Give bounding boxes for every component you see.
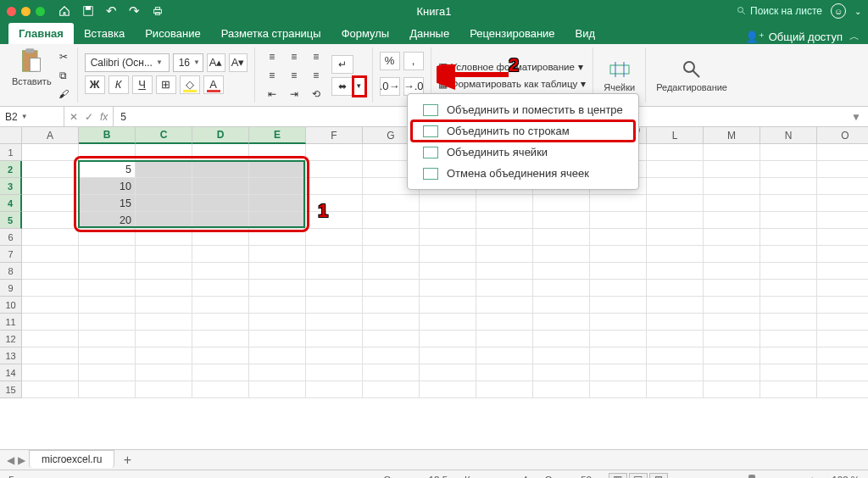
cell-M12[interactable]: [704, 331, 760, 347]
cell-I7[interactable]: [476, 246, 533, 263]
row-header-11[interactable]: 11: [0, 314, 22, 331]
cell-N8[interactable]: [760, 263, 817, 280]
cell-I9[interactable]: [476, 280, 533, 297]
col-header-F[interactable]: F: [306, 127, 363, 144]
cell-N1[interactable]: [760, 144, 817, 161]
cell-F4[interactable]: [306, 195, 363, 212]
cell-M3[interactable]: [704, 178, 760, 195]
cell-K8[interactable]: [590, 263, 647, 280]
view-page-layout-icon[interactable]: ▤: [629, 473, 648, 479]
cell-K10[interactable]: [590, 297, 647, 314]
cell-F15[interactable]: [306, 381, 363, 398]
cell-E9[interactable]: [249, 280, 306, 297]
cell-A11[interactable]: [22, 314, 79, 331]
editing-button[interactable]: Редактирование: [653, 58, 731, 92]
cell-D7[interactable]: [192, 246, 249, 263]
cell-L2[interactable]: [647, 161, 704, 178]
col-header-O[interactable]: O: [817, 127, 868, 144]
cell-I4[interactable]: [476, 195, 533, 212]
cell-D15[interactable]: [192, 381, 249, 398]
cell-L14[interactable]: [647, 364, 704, 381]
cell-H15[interactable]: [420, 381, 476, 398]
cell-B15[interactable]: [79, 381, 136, 398]
align-middle-icon[interactable]: ≡: [284, 48, 304, 65]
cell-B4[interactable]: 15: [79, 195, 136, 212]
cell-E4[interactable]: [249, 195, 306, 212]
cell-K7[interactable]: [590, 246, 647, 263]
maximize-window-icon[interactable]: [36, 7, 45, 16]
expand-formula-icon[interactable]: ▼: [851, 111, 868, 123]
cell-O9[interactable]: [817, 280, 868, 297]
cell-J12[interactable]: [533, 331, 590, 347]
cell-H10[interactable]: [420, 297, 476, 314]
cell-J13[interactable]: [533, 347, 590, 364]
row-header-14[interactable]: 14: [0, 364, 22, 381]
merge-across-item[interactable]: Объединить по строкам: [411, 120, 635, 142]
cell-H11[interactable]: [420, 314, 476, 331]
cell-G7[interactable]: [363, 246, 420, 263]
cell-I5[interactable]: [476, 212, 533, 229]
cell-H6[interactable]: [420, 229, 476, 246]
cell-J4[interactable]: [533, 195, 590, 212]
cell-O5[interactable]: [817, 212, 868, 229]
cell-G12[interactable]: [363, 331, 420, 347]
cell-L6[interactable]: [647, 229, 704, 246]
cell-C3[interactable]: [136, 178, 192, 195]
cut-icon[interactable]: ✂: [57, 50, 70, 64]
col-header-B[interactable]: B: [79, 127, 136, 144]
collapse-ribbon-icon[interactable]: ︿: [849, 30, 860, 44]
cell-N7[interactable]: [760, 246, 817, 263]
cell-N15[interactable]: [760, 381, 817, 398]
cell-O7[interactable]: [817, 246, 868, 263]
cell-G15[interactable]: [363, 381, 420, 398]
sheet-next-icon[interactable]: ▶: [18, 454, 25, 466]
cell-D5[interactable]: [192, 212, 249, 229]
underline-button[interactable]: Ч: [132, 75, 153, 94]
row-header-2[interactable]: 2: [0, 161, 22, 178]
decrease-font-icon[interactable]: A▾: [229, 53, 248, 72]
cell-H7[interactable]: [420, 246, 476, 263]
cell-F14[interactable]: [306, 364, 363, 381]
cell-B12[interactable]: [79, 331, 136, 347]
cell-F11[interactable]: [306, 314, 363, 331]
tab-data[interactable]: Данные: [399, 23, 459, 44]
cell-A5[interactable]: [22, 212, 79, 229]
tab-home[interactable]: Главная: [8, 23, 74, 44]
cell-F5[interactable]: [306, 212, 363, 229]
cell-A1[interactable]: [22, 144, 79, 161]
cell-N13[interactable]: [760, 347, 817, 364]
cell-D2[interactable]: [192, 161, 249, 178]
row-header-1[interactable]: 1: [0, 144, 22, 161]
format-painter-icon[interactable]: 🖌: [57, 87, 70, 101]
cell-L1[interactable]: [647, 144, 704, 161]
cell-N12[interactable]: [760, 331, 817, 347]
cell-O1[interactable]: [817, 144, 868, 161]
cell-N3[interactable]: [760, 178, 817, 195]
cell-C12[interactable]: [136, 331, 192, 347]
cell-D12[interactable]: [192, 331, 249, 347]
decrease-indent-icon[interactable]: ⇤: [262, 86, 282, 103]
cell-K11[interactable]: [590, 314, 647, 331]
cell-M4[interactable]: [704, 195, 760, 212]
bold-button[interactable]: Ж: [85, 75, 105, 94]
cell-D11[interactable]: [192, 314, 249, 331]
cell-M10[interactable]: [704, 297, 760, 314]
cell-I12[interactable]: [476, 331, 533, 347]
fx-icon[interactable]: fx: [100, 111, 108, 123]
cell-F1[interactable]: [306, 144, 363, 161]
cell-M11[interactable]: [704, 314, 760, 331]
row-header-12[interactable]: 12: [0, 331, 22, 347]
cell-J14[interactable]: [533, 364, 590, 381]
cell-F7[interactable]: [306, 246, 363, 263]
cell-F6[interactable]: [306, 229, 363, 246]
cell-O8[interactable]: [817, 263, 868, 280]
cell-N9[interactable]: [760, 280, 817, 297]
cell-E12[interactable]: [249, 331, 306, 347]
row-header-10[interactable]: 10: [0, 297, 22, 314]
cell-D14[interactable]: [192, 364, 249, 381]
cell-M13[interactable]: [704, 347, 760, 364]
row-header-9[interactable]: 9: [0, 280, 22, 297]
sheet-tab[interactable]: microexcel.ru: [29, 450, 114, 468]
cell-E13[interactable]: [249, 347, 306, 364]
cell-B1[interactable]: [79, 144, 136, 161]
